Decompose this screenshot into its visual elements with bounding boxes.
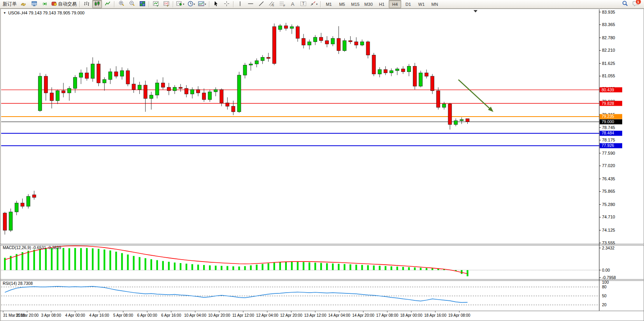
macd-histogram-bar	[221, 266, 222, 270]
timeframe-button-h1[interactable]: H1	[376, 0, 388, 8]
add-indicator-icon	[176, 1, 182, 8]
price-axis-tick-label: 74.710	[602, 215, 615, 219]
arrows-shape-icon	[310, 1, 316, 8]
zoom-in-icon	[118, 0, 125, 8]
label-glyph: T	[302, 2, 304, 6]
macd-histogram-bar	[145, 258, 146, 270]
toolbar-separator	[114, 1, 115, 7]
add-indicator-button[interactable]: ▾	[175, 0, 186, 8]
macd-axis-label: 2.3432	[602, 246, 614, 250]
price-axis-tick-label: 75.865	[602, 189, 615, 194]
channel-tool-button[interactable]: E	[267, 0, 277, 8]
macd-histogram-bar	[262, 264, 263, 270]
toolbar-separator	[149, 1, 149, 7]
price-axis-tick-label: 83.935	[602, 10, 615, 14]
vertical-line-tool-button[interactable]	[235, 0, 245, 8]
time-axis-label: 10 Apr 20:00	[208, 313, 230, 318]
candle	[138, 85, 141, 89]
rsi-axis-label: 50	[602, 293, 607, 298]
candle	[308, 42, 311, 45]
candle	[437, 91, 440, 107]
signal-button[interactable]	[40, 0, 49, 8]
candle	[401, 69, 405, 72]
candle	[208, 92, 212, 99]
candle	[202, 93, 206, 99]
gold-bars-icon	[20, 1, 27, 8]
text-label-tool-button[interactable]: T	[298, 0, 308, 8]
timeframe-button-m15[interactable]: M15	[349, 0, 361, 8]
market-watch-button[interactable]	[29, 0, 39, 8]
price-axis-tick-label: 83.365	[602, 22, 615, 27]
price-level-label: 79.235	[602, 114, 614, 119]
candle	[314, 37, 317, 42]
candle	[126, 71, 130, 84]
data-window-button[interactable]	[161, 0, 171, 8]
time-axis-label: 18 Apr 16:00	[424, 313, 446, 318]
macd-histogram-bar	[186, 263, 187, 270]
timeframe-button-mn[interactable]: MN	[428, 0, 441, 8]
candle	[232, 106, 235, 112]
macd-histogram-bar	[320, 263, 322, 270]
dropdown-caret-icon: ▾	[205, 3, 206, 5]
tile-windows-button[interactable]	[137, 0, 147, 8]
toolbar: 新订单 自动交易 ▾ ▾ ▾ E F A T ▾ M1M5M15M30H1H4D…	[0, 0, 644, 9]
macd-histogram-bar	[309, 262, 310, 270]
time-axis-label: 4 Apr 16:00	[89, 313, 109, 318]
indicator-window-button[interactable]	[151, 0, 161, 8]
zoom-out-button[interactable]	[127, 0, 137, 8]
macd-histogram-bar	[133, 256, 134, 270]
search-button[interactable]	[620, 0, 630, 8]
time-axis-label: 18 Apr 00:00	[400, 313, 423, 318]
fibonacci-tool-button[interactable]: F	[277, 0, 287, 8]
dropdown-caret-icon: ▾	[316, 3, 318, 5]
crosshair-tool-button[interactable]	[222, 0, 232, 8]
auto-trading-icon	[51, 1, 57, 7]
chart-menu-arrow-icon[interactable]: ▼	[3, 11, 6, 15]
horizontal-line-tool-button[interactable]	[246, 0, 256, 8]
candle	[243, 65, 247, 75]
gold-bars-icon-button[interactable]	[19, 0, 28, 8]
candle	[91, 64, 95, 79]
macd-histogram-bar	[285, 262, 287, 270]
time-axis-label: 31 Mar 20:00	[16, 313, 39, 318]
price-axis-tick-label: 82.210	[602, 48, 615, 52]
price-axis-tick-label: 78.175	[602, 138, 615, 142]
timeframe-button-h4[interactable]: H4	[389, 0, 401, 8]
macd-histogram-bar	[256, 265, 257, 270]
candle	[38, 76, 42, 111]
macd-histogram-bar	[349, 264, 351, 270]
new-order-button[interactable]: 新订单	[2, 0, 18, 8]
macd-histogram-bar	[344, 264, 345, 270]
macd-axis-label: 0.00	[602, 268, 610, 272]
trendline-tool-button[interactable]	[256, 0, 266, 8]
timeframe-button-m30[interactable]: M30	[362, 0, 375, 8]
candlestick-mode-button[interactable]	[92, 0, 102, 8]
price-axis-tick-label: 81.055	[602, 73, 615, 78]
price-chart[interactable]: 83.93583.36582.78082.21081.62581.05580.4…	[0, 9, 644, 321]
candle	[278, 26, 282, 30]
search-icon	[622, 0, 628, 8]
candle	[214, 89, 218, 92]
candle	[56, 91, 59, 101]
notifications-button[interactable]: 1	[631, 0, 640, 8]
cursor-tool-button[interactable]	[211, 0, 221, 8]
zoom-in-button[interactable]	[116, 0, 126, 8]
candle	[407, 66, 411, 72]
shapes-tool-button[interactable]: ▾	[309, 0, 319, 8]
tile-windows-icon	[139, 1, 146, 8]
macd-histogram-bar	[361, 265, 363, 270]
candle	[21, 203, 24, 206]
candle	[3, 213, 7, 230]
period-clock-button[interactable]: ▾	[186, 0, 197, 8]
text-tool-button[interactable]: A	[288, 0, 298, 8]
timeframe-button-d1[interactable]: D1	[402, 0, 414, 8]
timeframe-button-w1[interactable]: W1	[415, 0, 428, 8]
rsi-axis-label: 100	[602, 280, 609, 284]
line-chart-mode-button[interactable]	[103, 0, 112, 8]
auto-trading-button[interactable]: 自动交易	[50, 0, 78, 8]
chart-template-button[interactable]: ▾	[197, 0, 207, 8]
timeframe-button-m5[interactable]: M5	[336, 0, 348, 8]
candle	[185, 89, 188, 94]
bar-chart-mode-button[interactable]	[82, 0, 91, 8]
timeframe-button-m1[interactable]: M1	[323, 0, 335, 8]
